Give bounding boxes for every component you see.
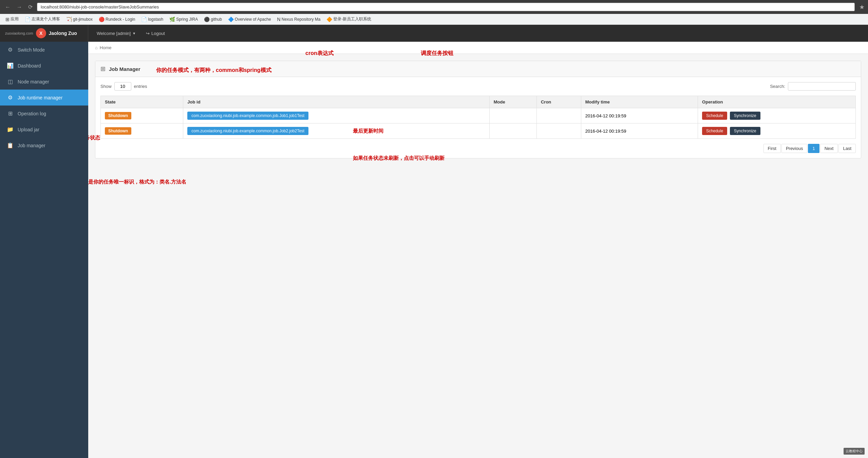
rundeck-icon: 🔴	[99, 17, 105, 22]
sidebar-item-job-manager[interactable]: 📋 Job manager	[0, 137, 88, 153]
logout-label: Logout	[151, 31, 165, 36]
nav-menu: Welcome [admin] ▼ ↪ Logout	[88, 25, 170, 42]
operation-log-icon: ⊞	[7, 110, 14, 117]
jimubox-icon: 🏹	[66, 17, 72, 22]
panel-title: Job Manager	[109, 66, 140, 72]
watermark: 云教程中心	[844, 448, 865, 455]
dropdown-arrow-icon: ▼	[132, 32, 136, 35]
search-input[interactable]	[788, 82, 856, 91]
forward-button[interactable]: →	[15, 3, 24, 11]
spring-icon: 🌿	[169, 17, 175, 22]
bookmark-jimubox[interactable]: 🏹 git-jimubox	[63, 16, 95, 23]
apps-icon: ⊞	[5, 17, 10, 22]
bookmark-nexus[interactable]: N Nexus Repository Ma	[275, 16, 323, 23]
logout-button[interactable]: ↪ Logout	[141, 25, 170, 42]
bookmark-rundeck[interactable]: 🔴 Rundeck - Login	[96, 16, 138, 23]
address-bar[interactable]: localhost:8080/niubi-job-console/masterS…	[37, 3, 855, 11]
bookmark-apache-label: Overview of Apache	[235, 17, 271, 22]
logout-icon: ↪	[146, 31, 150, 36]
bookmark-star-icon[interactable]: ★	[859, 3, 865, 11]
cron-cell-1	[536, 108, 581, 123]
job-runtime-icon: ⚙	[7, 94, 14, 101]
sidebar-item-job-runtime-manager[interactable]: ⚙ Job runtime manager	[0, 90, 88, 106]
sidebar-item-node-manager[interactable]: ◫ Node manager	[0, 74, 88, 90]
logstash-icon: 📄	[141, 17, 147, 22]
sidebar-item-node-manager-label: Node manager	[18, 79, 49, 84]
table-controls: Show 10 entries Search:	[100, 82, 856, 91]
welcome-menu[interactable]: Welcome [admin] ▼	[92, 25, 141, 42]
blog-icon: 📄	[25, 17, 31, 22]
sidebar-item-operation-log-label: Operation log	[18, 111, 46, 116]
bookmark-login[interactable]: 🔶 登录-新员工入职系统	[324, 15, 374, 23]
modify-time-cell-2: 2016-04-12 00:19:59	[581, 123, 698, 139]
back-button[interactable]: ←	[3, 3, 12, 11]
bookmark-apache[interactable]: 🔷 Overview of Apache	[225, 16, 274, 23]
table-row: Shutdown com.zuoxiaolong.niubi.job.examp…	[101, 123, 856, 139]
logo-domain: zuoxiaolong.com	[5, 31, 33, 35]
bookmark-github-label: github	[211, 17, 222, 22]
annotation-task-id: 这里是你的任务唯一标识，格式为：类名.方法名	[88, 179, 186, 185]
synchronize-button-1[interactable]: Synchronize	[730, 112, 760, 120]
show-entries: Show 10 entries	[100, 82, 147, 91]
col-cron: Cron	[536, 96, 581, 108]
home-icon: ⌂	[95, 45, 98, 50]
col-operation: Operation	[698, 96, 856, 108]
bookmark-apps[interactable]: ⊞ 应用	[3, 15, 21, 23]
bookmark-nexus-label: Nexus Repository Ma	[282, 17, 321, 22]
main-content: ⌂ Home ⊞ Job Manager Show 10 entries	[88, 42, 868, 458]
refresh-button[interactable]: ⟳	[26, 3, 34, 11]
breadcrumb: ⌂ Home	[88, 42, 868, 54]
last-page-button[interactable]: Last	[838, 144, 856, 153]
bookmark-spring[interactable]: 🌿 Spring JIRA	[167, 16, 201, 23]
login-icon: 🔶	[326, 17, 332, 22]
sidebar-item-switch-mode[interactable]: ⚙ Switch Mode	[0, 42, 88, 58]
entries-label: entries	[134, 84, 147, 89]
sidebar-item-job-manager-label: Job manager	[18, 143, 45, 148]
job-table: State Job id Mode Cron Modify time Opera…	[100, 96, 856, 139]
col-job-id: Job id	[183, 96, 489, 108]
bookmark-logstash[interactable]: 📄 logstash	[138, 16, 166, 23]
state-cell-2: Shutdown	[101, 123, 183, 139]
annotation-layer: 你的任务模式，有两种，common和spring模式 cron表达式 调度任务按…	[95, 162, 861, 264]
breadcrumb-home: Home	[100, 45, 112, 50]
next-page-button[interactable]: Next	[820, 144, 838, 153]
apache-icon: 🔷	[228, 17, 234, 22]
bookmark-logstash-label: logstash	[148, 17, 163, 22]
bookmark-github[interactable]: ⚫ github	[201, 16, 225, 23]
modify-time-cell-1: 2016-04-12 00:19:59	[581, 108, 698, 123]
bookmark-blog-label: 左满龙个人博客	[32, 16, 60, 22]
bookmark-rundeck-label: Rundeck - Login	[106, 17, 135, 22]
sidebar-item-dashboard-label: Dashboard	[18, 63, 41, 69]
nexus-icon: N	[277, 17, 281, 22]
bookmark-spring-label: Spring JIRA	[176, 17, 198, 22]
search-area: Search:	[770, 82, 856, 91]
mode-cell-1	[489, 108, 536, 123]
cron-cell-2	[536, 123, 581, 139]
job-manager-panel: ⊞ Job Manager Show 10 entries Search:	[95, 61, 861, 158]
sidebar-item-upload-jar[interactable]: 📁 Upload jar	[0, 121, 88, 137]
synchronize-button-2[interactable]: Synchronize	[730, 127, 760, 135]
schedule-button-1[interactable]: Schedule	[702, 112, 727, 120]
job-manager-icon: 📋	[7, 142, 14, 149]
top-nav: zuoxiaolong.com X Jaolong Zuo Welcome [a…	[0, 25, 868, 42]
col-modify-time: Modify time	[581, 96, 698, 108]
switch-mode-icon: ⚙	[7, 46, 14, 53]
panel-header: ⊞ Job Manager	[95, 61, 861, 77]
col-state: State	[101, 96, 183, 108]
sidebar-item-job-runtime-label: Job runtime manager	[18, 95, 62, 100]
previous-page-button[interactable]: Previous	[781, 144, 808, 153]
current-page-button[interactable]: 1	[808, 144, 819, 153]
bookmark-blog[interactable]: 📄 左满龙个人博客	[22, 15, 63, 23]
schedule-button-2[interactable]: Schedule	[702, 127, 727, 135]
sidebar-item-dashboard[interactable]: 📊 Dashboard	[0, 58, 88, 74]
mode-cell-2	[489, 123, 536, 139]
panel-body: Show 10 entries Search: State	[95, 77, 861, 158]
operation-cell-1: Schedule Synchronize	[698, 108, 856, 123]
bookmark-login-label: 登录-新员工入职系统	[333, 16, 371, 22]
state-badge-2: Shutdown	[105, 127, 131, 135]
entries-input[interactable]: 10	[114, 82, 131, 91]
sidebar-item-operation-log[interactable]: ⊞ Operation log	[0, 106, 88, 121]
first-page-button[interactable]: First	[763, 144, 781, 153]
state-cell-1: Shutdown	[101, 108, 183, 123]
panel-grid-icon: ⊞	[100, 65, 106, 73]
